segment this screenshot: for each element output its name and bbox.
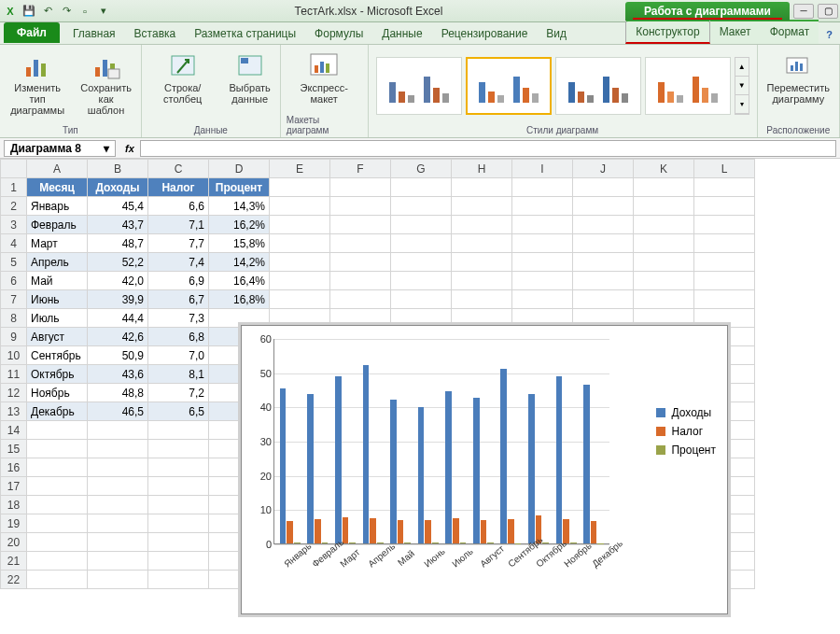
cell[interactable]: 15,8% [209, 234, 270, 253]
cell[interactable] [88, 533, 148, 552]
table-header-cell[interactable]: Налог [148, 178, 209, 197]
redo-icon[interactable]: ↷ [58, 3, 75, 20]
tab-file[interactable]: Файл [4, 22, 60, 43]
row-header-2[interactable]: 2 [1, 197, 27, 216]
row-header-12[interactable]: 12 [1, 384, 27, 402]
cell[interactable] [391, 290, 452, 309]
switch-row-column-button[interactable]: Строка/столбец [147, 49, 218, 106]
cell[interactable]: 48,8 [88, 384, 148, 402]
cell[interactable] [573, 272, 634, 290]
qat-more-icon[interactable]: ▾ [95, 3, 112, 20]
cell[interactable]: 48,7 [88, 234, 148, 253]
cell[interactable]: Январь [27, 197, 88, 216]
cell[interactable] [148, 458, 209, 477]
cell[interactable] [391, 253, 452, 272]
row-header-22[interactable]: 22 [1, 571, 27, 589]
column-header-A[interactable]: A [27, 160, 88, 178]
column-header-D[interactable]: D [209, 160, 270, 178]
cell[interactable] [27, 514, 88, 533]
cell[interactable]: 16,4% [209, 272, 270, 290]
cell[interactable] [573, 216, 634, 234]
cell[interactable]: 7,0 [148, 346, 209, 365]
cell[interactable] [512, 234, 573, 253]
cell[interactable] [270, 178, 330, 197]
cell[interactable] [573, 234, 634, 253]
row-header-11[interactable]: 11 [1, 365, 27, 384]
cell[interactable] [330, 272, 391, 290]
cell[interactable]: 6,9 [148, 272, 209, 290]
chart-style-2[interactable] [466, 57, 552, 115]
cell[interactable] [391, 216, 452, 234]
name-box[interactable]: Диаграмма 8 ▾ [4, 140, 116, 157]
cell[interactable]: Декабрь [27, 402, 88, 421]
cell[interactable] [88, 421, 148, 440]
cell[interactable] [148, 496, 209, 514]
column-header-K[interactable]: K [634, 160, 694, 178]
cell[interactable]: 52,2 [88, 253, 148, 272]
cell[interactable] [694, 197, 755, 216]
cell[interactable] [634, 272, 694, 290]
column-header-B[interactable]: B [88, 160, 148, 178]
tab-layout[interactable]: Макет [710, 20, 761, 44]
cell[interactable] [270, 253, 330, 272]
cell[interactable] [148, 421, 209, 440]
cell[interactable]: 42,6 [88, 328, 148, 346]
cell[interactable] [88, 458, 148, 477]
tab-data[interactable]: Данные [372, 23, 431, 44]
cell[interactable]: 43,7 [88, 216, 148, 234]
row-header-20[interactable]: 20 [1, 533, 27, 552]
cell[interactable] [391, 234, 452, 253]
chart-style-3[interactable] [555, 57, 641, 115]
cell[interactable]: 16,8% [209, 290, 270, 309]
row-header-14[interactable]: 14 [1, 421, 27, 440]
cell[interactable] [634, 290, 694, 309]
cell[interactable] [330, 197, 391, 216]
row-header-1[interactable]: 1 [1, 178, 27, 197]
cell[interactable] [148, 440, 209, 458]
cell[interactable] [391, 272, 452, 290]
cell[interactable] [148, 571, 209, 589]
cell[interactable] [330, 216, 391, 234]
row-header-17[interactable]: 17 [1, 477, 27, 496]
cell[interactable] [148, 533, 209, 552]
gallery-up-icon[interactable]: ▲ [735, 58, 749, 77]
cell[interactable] [148, 477, 209, 496]
cell[interactable]: 16,2% [209, 216, 270, 234]
cell[interactable] [452, 178, 512, 197]
cell[interactable] [634, 253, 694, 272]
column-header-C[interactable]: C [148, 160, 209, 178]
select-all-corner[interactable] [1, 160, 27, 178]
help-icon[interactable]: ? [819, 25, 840, 44]
row-header-8[interactable]: 8 [1, 309, 27, 328]
table-header-cell[interactable]: Месяц [27, 178, 88, 197]
cell[interactable]: 6,5 [148, 402, 209, 421]
cell[interactable] [512, 290, 573, 309]
cell[interactable] [27, 477, 88, 496]
cell[interactable] [330, 234, 391, 253]
row-header-6[interactable]: 6 [1, 272, 27, 290]
cell[interactable] [694, 272, 755, 290]
cell[interactable] [634, 216, 694, 234]
cell[interactable]: 14,3% [209, 197, 270, 216]
column-header-I[interactable]: I [512, 160, 573, 178]
name-box-dropdown-icon[interactable]: ▾ [104, 142, 109, 155]
cell[interactable]: 42,0 [88, 272, 148, 290]
cell[interactable]: Март [27, 234, 88, 253]
cell[interactable] [634, 178, 694, 197]
column-header-L[interactable]: L [694, 160, 755, 178]
minimize-button[interactable]: ─ [793, 4, 814, 19]
gallery-more-icon[interactable]: ▾ [735, 95, 749, 114]
cell[interactable] [391, 197, 452, 216]
cell[interactable] [270, 272, 330, 290]
cell[interactable] [573, 253, 634, 272]
cell[interactable]: Февраль [27, 216, 88, 234]
new-icon[interactable]: ▫ [77, 3, 93, 20]
worksheet-grid[interactable]: ABCDEFGHIJKL1МесяцДоходыНалогПроцент2Янв… [0, 159, 840, 634]
cell[interactable] [452, 197, 512, 216]
cell[interactable] [27, 571, 88, 589]
cell[interactable] [148, 514, 209, 533]
row-header-15[interactable]: 15 [1, 440, 27, 458]
cell[interactable] [148, 552, 209, 571]
cell[interactable] [88, 514, 148, 533]
cell[interactable]: 43,6 [88, 365, 148, 384]
